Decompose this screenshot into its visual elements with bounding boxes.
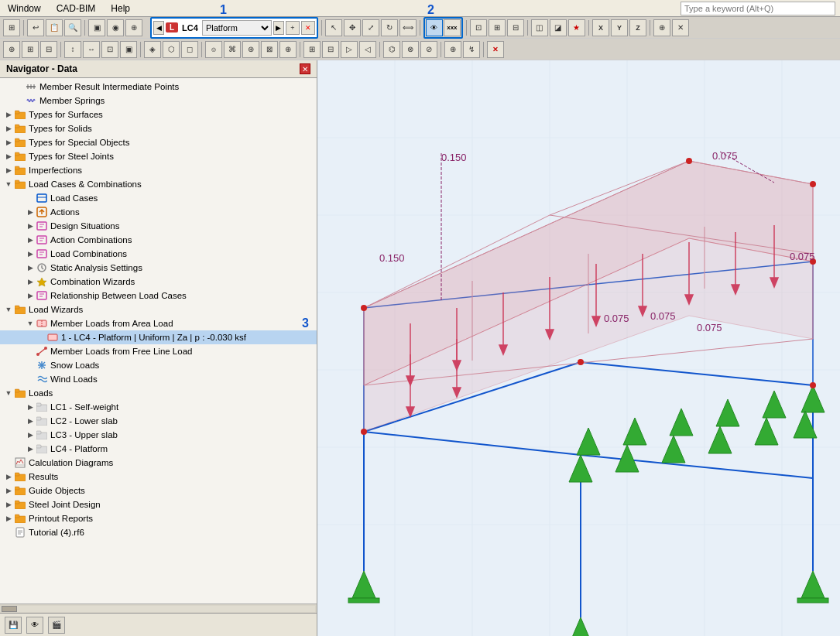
tb2-19[interactable]: ◁ [359, 41, 376, 58]
tree-item-types-solids[interactable]: ▶ Types for Solids [0, 121, 317, 135]
tb2-23[interactable]: ⊕ [444, 41, 461, 58]
toolbar-btn-2[interactable]: ↩ [27, 19, 44, 36]
tb2-20[interactable]: ⌬ [383, 41, 400, 58]
tb-extra1[interactable]: ⊕ [653, 19, 670, 36]
load-case-prev[interactable]: ◀ [153, 21, 164, 35]
tree-item-member-result[interactable]: Member Result Intermediate Points [0, 80, 317, 94]
tree-item-tutorial[interactable]: Tutorial (4).rf6 [0, 525, 317, 539]
tree-item-combination-wizards[interactable]: ▶ Combination Wizards [0, 275, 317, 289]
tb2-17[interactable]: ⊟ [322, 41, 339, 58]
expand-icon-solids[interactable]: ▶ [3, 123, 14, 134]
toolbar-btn-4[interactable]: 🔍 [64, 19, 81, 36]
tb2-11[interactable]: ⌾ [205, 41, 222, 58]
tree-item-wind-loads[interactable]: Wind Loads [0, 372, 317, 386]
tree-item-load-cases-combinations[interactable]: ▼ Load Cases & Combinations [0, 177, 317, 191]
tb-x[interactable]: X [592, 19, 609, 36]
tb2-4[interactable]: ↕ [64, 41, 81, 58]
tree-item-lc3[interactable]: ▶ LC3 - Upper slab [0, 428, 317, 442]
tb-y[interactable]: Y [611, 19, 628, 36]
nav-video-btn[interactable]: 🎬 [48, 617, 65, 634]
tb2-15[interactable]: ⊕ [279, 41, 297, 58]
tb2-6[interactable]: ⊡ [101, 41, 118, 58]
tb-move[interactable]: ✥ [344, 19, 361, 36]
tree-container[interactable]: Member Result Intermediate Points Member… [0, 78, 317, 604]
tree-item-design-situations[interactable]: ▶ Design Situations [0, 219, 317, 233]
tb-z[interactable]: Z [629, 19, 646, 36]
tree-item-printout[interactable]: ▶ Printout Reports [0, 511, 317, 525]
tb-render1[interactable]: ◫ [531, 19, 548, 36]
tb-mirror[interactable]: ⟺ [399, 19, 417, 36]
tb2-8[interactable]: ◈ [144, 41, 161, 58]
tb2-16[interactable]: ⊞ [303, 41, 321, 58]
tb-render3[interactable]: ★ [568, 19, 585, 36]
expand-icon-actions[interactable]: ▶ [25, 207, 36, 217]
tree-item-action-combinations[interactable]: ▶ Action Combinations [0, 233, 317, 247]
expand-icon-special[interactable]: ▶ [3, 137, 14, 148]
expand-icon-ds[interactable]: ▶ [25, 221, 36, 231]
scroll-track[interactable] [17, 606, 315, 612]
tb2-10[interactable]: ◻ [181, 41, 198, 58]
scroll-thumb[interactable] [2, 606, 17, 612]
tree-item-actions[interactable]: ▶ Actions [0, 205, 317, 219]
tb2-7[interactable]: ▣ [120, 41, 137, 58]
tree-item-member-loads-area[interactable]: ▼ Member Loads from Area Load [0, 316, 317, 330]
menu-help[interactable]: Help [108, 2, 133, 15]
tb2-12[interactable]: ⌘ [224, 41, 241, 58]
expand-icon-ac[interactable]: ▶ [25, 234, 36, 245]
expand-icon-steel[interactable]: ▶ [3, 151, 14, 162]
navigator-close-btn[interactable]: ✕ [300, 63, 310, 74]
tb2-2[interactable]: ⊞ [22, 41, 39, 58]
tree-item-load-wizards[interactable]: ▼ Load Wizards [0, 303, 317, 316]
tb2-18[interactable]: ▷ [341, 41, 358, 58]
tree-item-static-analysis[interactable]: ▶ Static Analysis Settings [0, 261, 317, 275]
expand-icon-guide[interactable]: ▶ [3, 485, 14, 496]
horizontal-scrollbar[interactable] [0, 604, 317, 613]
view-btn-eye[interactable]: 👁 [426, 19, 443, 36]
tree-item-load-cases[interactable]: Load Cases [0, 191, 317, 205]
tb-view3[interactable]: ⊟ [507, 19, 524, 36]
expand-icon-lc3-tree[interactable]: ▶ [25, 429, 36, 440]
expand-icon-cw[interactable]: ▶ [25, 276, 36, 287]
nav-eye-btn[interactable]: 👁 [26, 617, 43, 634]
tree-item-loads[interactable]: ▼ Loads [0, 386, 317, 400]
toolbar-btn-7[interactable]: ⊕ [125, 19, 142, 36]
menu-cadbim[interactable]: CAD-BIM [53, 2, 99, 15]
expand-icon-loads[interactable]: ▼ [3, 388, 14, 398]
tree-item-calc-diagrams[interactable]: Calculation Diagrams [0, 456, 317, 470]
tree-item-load-combinations[interactable]: ▶ Load Combinations [0, 247, 317, 261]
tb2-22[interactable]: ⊘ [420, 41, 437, 58]
tb2-14[interactable]: ⊠ [261, 41, 278, 58]
tree-item-types-steel[interactable]: ▶ Types for Steel Joints [0, 149, 317, 163]
tree-item-member-loads-free[interactable]: Member Loads from Free Line Load [0, 344, 317, 358]
tb-cursor[interactable]: ↖ [325, 19, 342, 36]
view-btn-xxx[interactable]: xxx [444, 19, 461, 36]
tree-item-snow-loads[interactable]: Snow Loads [0, 358, 317, 372]
tb2-3[interactable]: ⊟ [40, 41, 57, 58]
tb-view1[interactable]: ⊡ [470, 19, 487, 36]
tb-extra2[interactable]: ✕ [672, 19, 689, 36]
tree-item-lc4-platform[interactable]: 1 - LC4 - Platform | Uniform | Za | p : … [0, 330, 317, 344]
tb2-24[interactable]: ↯ [463, 41, 480, 58]
tb-render2[interactable]: ◪ [550, 19, 567, 36]
expand-icon-lcc[interactable]: ▼ [3, 179, 14, 190]
toolbar-btn-3[interactable]: 📋 [46, 19, 63, 36]
expand-icon-sjd[interactable]: ▶ [3, 499, 14, 510]
tb-scale[interactable]: ⤢ [362, 19, 379, 36]
expand-icon-lc1[interactable]: ▶ [25, 402, 36, 412]
tb-view2[interactable]: ⊞ [489, 19, 506, 36]
keyword-search[interactable] [681, 2, 835, 15]
menu-window[interactable]: Window [5, 2, 44, 15]
load-case-add[interactable]: + [286, 21, 300, 35]
tb2-9[interactable]: ⬡ [163, 41, 180, 58]
expand-icon-results[interactable]: ▶ [3, 471, 14, 482]
tree-item-lc4-loads[interactable]: ▶ LC4 - Platform [0, 442, 317, 456]
tree-item-lc2[interactable]: ▶ LC2 - Lower slab [0, 414, 317, 428]
tree-item-lc1[interactable]: ▶ LC1 - Self-weight [0, 400, 317, 414]
expand-icon-lw[interactable]: ▼ [3, 304, 14, 315]
tb2-13[interactable]: ⊛ [242, 41, 259, 58]
tree-item-guide-objects[interactable]: ▶ Guide Objects [0, 484, 317, 498]
tb-rotate[interactable]: ↻ [381, 19, 398, 36]
toolbar-btn-6[interactable]: ◉ [107, 19, 124, 36]
expand-icon-lc2[interactable]: ▶ [25, 248, 36, 259]
load-case-del[interactable]: ✕ [301, 21, 315, 35]
